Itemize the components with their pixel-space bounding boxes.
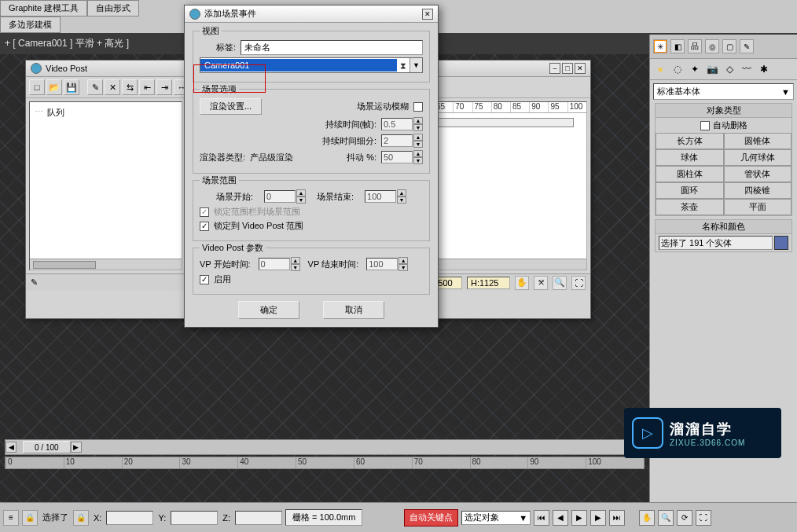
range-end-label: 场景结束: [317, 191, 354, 203]
tag-label: 标签: [200, 42, 236, 53]
btn-cone[interactable]: 圆锥体 [724, 133, 792, 149]
ok-button[interactable]: 确定 [238, 301, 299, 319]
vp-end-input[interactable] [366, 258, 398, 270]
motion-blur-checkbox[interactable] [413, 102, 423, 112]
align-right-icon[interactable]: ⇥ [156, 79, 172, 95]
y-input[interactable] [171, 511, 218, 525]
tab-freeform[interactable]: 自由形式 [87, 0, 139, 17]
vp-start-input[interactable] [259, 258, 290, 270]
save-icon[interactable]: 💾 [64, 79, 79, 95]
minimize-button[interactable]: – [549, 63, 560, 74]
zoom-region-icon[interactable]: ⛶ [571, 276, 586, 290]
systems-icon[interactable]: ✱ [757, 62, 771, 76]
dialog-title: 添加场景事件 [204, 8, 256, 20]
goto-start-icon[interactable]: ⏮ [534, 510, 549, 526]
pan-icon[interactable]: ✋ [515, 276, 529, 290]
z-input[interactable] [235, 511, 282, 525]
zoom-extents-icon[interactable]: ⤧ [534, 276, 548, 290]
tab-polymodel[interactable]: 多边形建模 [0, 17, 61, 33]
time-handle[interactable]: 0 / 100 [23, 441, 71, 453]
modify-tab-icon[interactable]: ◧ [670, 39, 685, 53]
geometry-icon[interactable]: ● [653, 62, 667, 76]
key-filter-combo[interactable]: 选定对象▼ [461, 511, 531, 525]
dialog-close-button[interactable]: ✕ [422, 9, 433, 20]
nav-zoom-icon[interactable]: 🔍 [658, 510, 674, 526]
name-color-header: 名称和颜色 [656, 220, 791, 234]
lock-icon[interactable]: 🔒 [22, 510, 38, 526]
btn-teapot[interactable]: 茶壶 [656, 199, 724, 215]
swap-icon[interactable]: ⇆ [122, 79, 138, 95]
nav-pan-icon[interactable]: ✋ [639, 510, 655, 526]
object-name-input[interactable] [659, 236, 773, 250]
grid-label: 栅格 = 100.0mm [285, 509, 362, 526]
dither-label: 抖动 %: [347, 152, 376, 163]
range-end-input [365, 190, 396, 203]
lock-selection-icon[interactable]: 🔒 [73, 510, 89, 526]
time-prev[interactable]: ◀ [6, 442, 17, 453]
create-tab-icon[interactable]: ✳ [653, 39, 667, 53]
nav-orbit-icon[interactable]: ⟳ [677, 510, 692, 526]
queue-item[interactable]: 队列 [33, 105, 178, 120]
combo-dropdown-icon[interactable]: ▼ [410, 58, 422, 72]
primitive-buttons: 长方体 圆锥体 球体 几何球体 圆柱体 管状体 圆环 四棱锥 茶壶 平面 [656, 133, 791, 215]
lock-vp-checkbox[interactable]: ✓ [200, 222, 209, 231]
new-icon[interactable]: □ [29, 79, 45, 95]
next-frame-icon[interactable]: ▶ [590, 510, 606, 526]
renderer-type-value: 产品级渲染 [250, 152, 293, 162]
lights-icon[interactable]: ✦ [688, 62, 702, 76]
time-next[interactable]: ▶ [71, 442, 82, 453]
edit-icon[interactable]: ✎ [87, 79, 103, 95]
close-button[interactable]: ✕ [575, 63, 586, 74]
shapes-icon[interactable]: ◌ [670, 62, 685, 76]
enable-checkbox[interactable]: ✓ [200, 275, 209, 284]
helpers-icon[interactable]: ◇ [722, 62, 736, 76]
autokey-button[interactable]: 自动关键点 [404, 509, 458, 526]
play-icon[interactable]: ▶ [571, 510, 587, 526]
hierarchy-tab-icon[interactable]: 品 [688, 39, 702, 53]
btn-tube[interactable]: 管状体 [724, 166, 792, 182]
nav-max-icon[interactable]: ⛶ [696, 510, 711, 526]
zoom-time-icon[interactable]: 🔍 [553, 276, 567, 290]
vp-end-label: VP 结束时间: [308, 259, 359, 270]
utilities-tab-icon[interactable]: ✎ [740, 39, 754, 53]
camera-selected: Camera001 [200, 59, 397, 72]
btn-torus[interactable]: 圆环 [656, 182, 724, 199]
status-height: H:1125 [467, 277, 510, 289]
tag-input[interactable] [241, 40, 423, 55]
hourglass-icon: ⧗ [397, 61, 410, 71]
autogrid-checkbox[interactable] [700, 121, 710, 130]
cancel-button[interactable]: 取消 [323, 301, 384, 319]
autogrid-label: 自动删格 [713, 119, 747, 131]
open-icon[interactable]: 📂 [46, 79, 62, 95]
prev-frame-icon[interactable]: ◀ [553, 510, 568, 526]
status-bar: ≡ 🔒 选择了 🔒 X: Y: Z: 栅格 = 100.0mm 自动关键点 选定… [0, 502, 797, 532]
motion-tab-icon[interactable]: ◎ [705, 39, 719, 53]
frame-ruler: 0102030405060708090100 [5, 457, 645, 469]
tree-scrollbar[interactable] [33, 261, 96, 269]
range-start-input [264, 190, 296, 203]
btn-pyramid[interactable]: 四棱锥 [724, 182, 792, 199]
display-tab-icon[interactable]: ▢ [722, 39, 736, 53]
dialog-icon [189, 9, 200, 20]
primitive-category-select[interactable]: 标准基本体▼ [653, 83, 794, 100]
btn-geosphere[interactable]: 几何球体 [724, 149, 792, 166]
queue-tree[interactable]: 队列 [29, 101, 182, 270]
time-slider[interactable]: ◀ 0 / 100 ▶ [5, 439, 645, 455]
btn-box[interactable]: 长方体 [656, 133, 724, 149]
render-settings-button[interactable]: 渲染设置... [200, 98, 262, 115]
cameras-icon[interactable]: 📷 [705, 62, 719, 76]
tab-graphite[interactable]: Graphite 建模工具 [0, 0, 87, 17]
goto-end-icon[interactable]: ⏭ [609, 510, 625, 526]
btn-sphere[interactable]: 球体 [656, 149, 724, 166]
script-icon[interactable]: ≡ [3, 510, 19, 526]
logo-text: 溜溜自学 [670, 420, 745, 438]
btn-plane[interactable]: 平面 [724, 199, 792, 215]
spacewarps-icon[interactable]: 〰 [740, 62, 754, 76]
x-input[interactable] [106, 511, 153, 525]
delete-icon[interactable]: ✕ [105, 79, 120, 95]
object-color-swatch[interactable] [774, 236, 788, 250]
camera-combo[interactable]: Camera001 ⧗ ▼ [200, 57, 423, 73]
align-left-icon[interactable]: ⇤ [139, 79, 155, 95]
btn-cylinder[interactable]: 圆柱体 [656, 166, 724, 182]
maximize-button[interactable]: □ [562, 63, 573, 74]
